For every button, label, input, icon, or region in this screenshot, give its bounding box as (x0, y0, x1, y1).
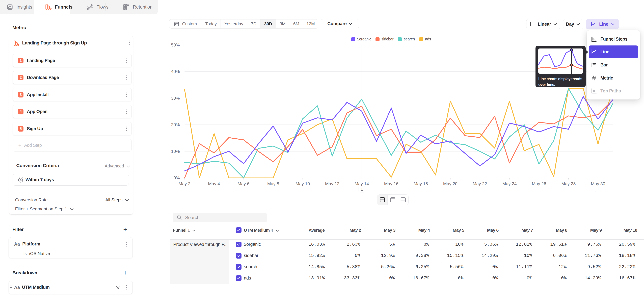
svg-text:30%: 30% (171, 96, 180, 101)
svg-text:May 2: May 2 (178, 181, 190, 186)
svg-text:May 30: May 30 (591, 181, 605, 186)
svg-text:May 22: May 22 (472, 181, 487, 186)
svg-text:50%: 50% (171, 42, 180, 48)
svg-text:May 10: May 10 (296, 181, 310, 186)
svg-text:May 18: May 18 (414, 181, 428, 186)
svg-text:40%: 40% (171, 69, 180, 74)
svg-text:0%: 0% (174, 175, 180, 180)
svg-text:May 14: May 14 (354, 181, 369, 186)
svg-text:May 12: May 12 (325, 181, 339, 186)
svg-text:May 16: May 16 (384, 181, 398, 186)
svg-text:May 8: May 8 (267, 181, 279, 186)
svg-text:May 24: May 24 (502, 181, 516, 186)
svg-text:10%: 10% (171, 149, 180, 154)
svg-text:20%: 20% (171, 122, 180, 127)
svg-text:May 28: May 28 (561, 181, 576, 186)
svg-text:May 4: May 4 (208, 181, 220, 186)
svg-text:May 26: May 26 (532, 181, 546, 186)
svg-text:May 20: May 20 (443, 181, 457, 186)
svg-text:May 6: May 6 (238, 181, 250, 186)
